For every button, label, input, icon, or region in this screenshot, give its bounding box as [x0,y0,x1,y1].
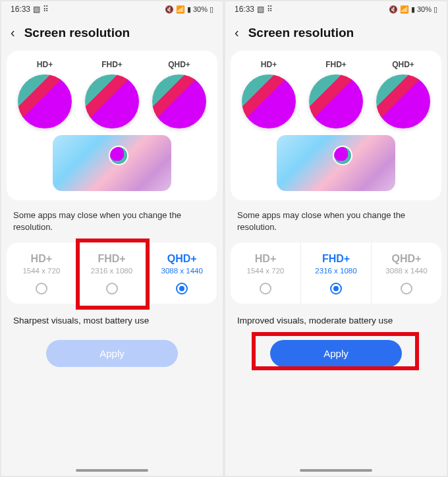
preview-hd: HD+ [13,60,76,128]
nav-handle[interactable] [300,469,372,472]
radio-icon [106,283,118,295]
apps-icon: ⠿ [43,5,49,13]
preview-circle-icon [18,74,72,128]
resolution-options: HD+ 1544 x 720 FHD+ 2316 x 1080 QHD+ 308… [231,242,441,304]
preview-circle-icon [376,74,430,128]
option-hd[interactable]: HD+ 1544 x 720 [7,242,77,304]
preview-circle-icon [242,74,296,128]
radio-icon [330,283,342,295]
radio-icon [176,283,188,295]
status-time: 16:33 [235,5,254,14]
page-title: Screen resolution [24,26,130,40]
radio-icon [260,283,271,295]
preview-qhd: QHD+ [148,60,211,128]
preview-fhd: FHD+ [80,60,144,128]
option-hd[interactable]: HD+ 1544 x 720 [231,242,301,304]
mute-icon: 🔇 [389,6,398,13]
apply-button[interactable]: Apply [46,340,178,367]
gallery-icon: ▧ [257,5,264,13]
option-fhd[interactable]: FHD+ 2316 x 1080 [301,242,372,304]
back-icon[interactable]: ‹ [235,25,239,40]
wifi-icon: 📶 [176,6,185,13]
resolution-description: Improved visuals, moderate battery use [225,304,447,331]
apply-wrap: Apply [225,331,447,372]
gallery-icon: ▧ [33,5,40,13]
preview-fhd: FHD+ [304,60,368,128]
apply-button[interactable]: Apply [270,340,402,367]
signal-icon: ▮ [411,6,415,13]
resolution-description: Sharpest visuals, most battery use [1,304,223,331]
mute-icon: 🔇 [165,6,174,13]
preview-circle-icon [85,74,139,128]
apply-wrap: Apply [1,331,223,372]
resolution-options: HD+ 1544 x 720 FHD+ 2316 x 1080 QHD+ 308… [7,242,217,304]
battery-pct: 30% [417,5,432,13]
wifi-icon: 📶 [400,6,409,13]
resolution-note: Some apps may close when you change the … [225,200,447,240]
back-icon[interactable]: ‹ [11,25,15,40]
battery-icon: ▯ [434,6,437,13]
status-bar: 16:33 ▧ ⠿ 🔇 📶 ▮ 30% ▯ [225,1,447,17]
preview-circle-icon [152,74,206,128]
apps-icon: ⠿ [267,5,273,13]
resolution-note: Some apps may close when you change the … [1,200,223,240]
zoom-preview [277,135,395,191]
screen-left: 16:33 ▧ ⠿ 🔇 📶 ▮ 30% ▯ ‹ Screen resolutio… [1,1,223,476]
radio-icon [401,283,412,295]
battery-pct: 30% [193,5,208,13]
option-qhd[interactable]: QHD+ 3088 x 1440 [147,242,217,304]
battery-icon: ▯ [210,6,213,13]
preview-card: HD+ FHD+ QHD+ [231,51,441,200]
page-title: Screen resolution [248,26,354,40]
signal-icon: ▮ [187,6,191,13]
nav-handle[interactable] [76,469,148,472]
option-fhd[interactable]: FHD+ 2316 x 1080 [77,242,148,304]
preview-hd: HD+ [237,60,300,128]
status-time: 16:33 [11,5,30,14]
option-qhd[interactable]: QHD+ 3088 x 1440 [372,242,441,304]
preview-card: HD+ FHD+ QHD+ [7,51,217,200]
zoom-preview [53,135,171,191]
header: ‹ Screen resolution [225,17,447,51]
status-bar: 16:33 ▧ ⠿ 🔇 📶 ▮ 30% ▯ [1,1,223,17]
preview-qhd: QHD+ [372,60,435,128]
preview-circle-icon [309,74,363,128]
radio-icon [36,283,47,295]
screen-right: 16:33 ▧ ⠿ 🔇 📶 ▮ 30% ▯ ‹ Screen resolutio… [225,1,447,476]
header: ‹ Screen resolution [1,17,223,51]
